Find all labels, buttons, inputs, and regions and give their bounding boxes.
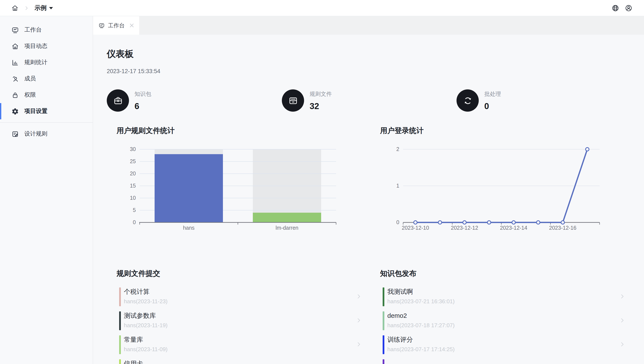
list-title: 规则文件提交 xyxy=(116,269,381,278)
sidebar-item-design-rules[interactable]: 设计规则 xyxy=(0,126,93,142)
home-icon xyxy=(12,5,18,11)
edit-document-icon xyxy=(12,130,19,137)
stat-cards: 知识包 6 规则文件 32 xyxy=(107,89,636,115)
topbar: 示例 xyxy=(0,0,644,16)
svg-text:2023-12-12: 2023-12-12 xyxy=(451,225,478,231)
svg-text:25: 25 xyxy=(130,158,136,164)
chevron-right-icon xyxy=(619,341,625,347)
sidebar-item-project-settings[interactable]: 项目设置 xyxy=(0,103,93,119)
breadcrumb: 示例 xyxy=(12,4,53,12)
status-color-bar xyxy=(119,335,121,354)
chevron-right-icon xyxy=(619,293,625,299)
chevron-right-icon xyxy=(24,5,29,11)
bar-chart-icon xyxy=(12,59,19,66)
list-item[interactable] xyxy=(380,357,644,364)
svg-text:2: 2 xyxy=(396,146,399,152)
svg-text:0: 0 xyxy=(396,219,399,225)
svg-text:2023-12-10: 2023-12-10 xyxy=(402,225,429,231)
bar-chart: 051015202530hanslm-darren xyxy=(122,145,340,236)
caret-down-icon xyxy=(49,7,53,9)
svg-text:2023-12-14: 2023-12-14 xyxy=(500,225,528,231)
svg-text:5: 5 xyxy=(133,207,136,213)
globe-icon xyxy=(612,4,619,12)
sidebar-item-label: 项目动态 xyxy=(24,42,48,50)
list-item-meta: hans(2023-07-21 16:36:01) xyxy=(387,298,454,305)
chart-title: 用户登录统计 xyxy=(380,126,604,135)
list-item-meta: hans(2023-11-19) xyxy=(124,322,168,328)
page-title: 仪表板 xyxy=(107,48,134,60)
list-item[interactable]: 我测试啊 hans(2023-07-21 16:36:01) xyxy=(380,285,644,309)
list-item[interactable]: 训练评分 hans(2023-07-17 17:14:25) xyxy=(380,333,644,357)
main-content: 仪表板 2023-12-17 15:33:54 知识包 6 xyxy=(93,35,644,364)
language-button[interactable] xyxy=(612,4,619,12)
status-color-bar xyxy=(383,335,384,354)
page-timestamp: 2023-12-17 15:33:54 xyxy=(107,68,160,74)
svg-text:2023-12-16: 2023-12-16 xyxy=(549,225,576,231)
sidebar: 工作台 项目动态 规则统计 成员 xyxy=(0,16,93,364)
gear-icon xyxy=(12,108,19,115)
stat-value: 32 xyxy=(310,101,332,111)
user-login-chart: 用户登录统计 0122023-12-102023-12-122023-12-14… xyxy=(380,126,604,236)
stat-rule-files: 规则文件 32 xyxy=(282,89,332,112)
sidebar-item-members[interactable]: 成员 xyxy=(0,71,93,87)
list-item-title: 信用卡 xyxy=(124,360,143,364)
lock-icon xyxy=(12,91,19,99)
sidebar-item-permissions[interactable]: 权限 xyxy=(0,87,93,103)
stat-label: 知识包 xyxy=(134,90,151,98)
dashboard-icon xyxy=(12,26,19,34)
status-color-bar xyxy=(119,359,121,364)
home-button[interactable] xyxy=(12,5,18,11)
rule-file-submissions: 规则文件提交 个税计算 hans(2023-11-23) 测试参数库 hans(… xyxy=(116,269,381,364)
list-title: 知识包发布 xyxy=(380,269,644,278)
status-color-bar xyxy=(119,287,121,306)
sidebar-item-project-activity[interactable]: 项目动态 xyxy=(0,38,93,54)
svg-text:20: 20 xyxy=(130,170,136,176)
sidebar-item-label: 权限 xyxy=(24,91,36,99)
line-chart: 0122023-12-102023-12-122023-12-142023-12… xyxy=(386,145,604,236)
status-color-bar xyxy=(383,359,384,364)
svg-text:1: 1 xyxy=(396,183,399,189)
tab-label: 工作台 xyxy=(108,22,125,29)
account-button[interactable] xyxy=(625,4,632,12)
knowledge-package-releases: 知识包发布 我测试啊 hans(2023-07-21 16:36:01) dem… xyxy=(380,269,644,364)
svg-text:hans: hans xyxy=(183,225,194,231)
project-breadcrumb[interactable]: 示例 xyxy=(34,4,53,12)
sidebar-item-workbench[interactable]: 工作台 xyxy=(0,22,93,38)
list-item[interactable]: demo2 hans(2023-07-18 17:27:07) xyxy=(380,309,644,333)
chevron-right-icon xyxy=(356,341,362,347)
stat-label: 规则文件 xyxy=(310,90,332,98)
user-icon xyxy=(625,4,632,12)
project-name: 示例 xyxy=(34,4,46,12)
list-item-meta: hans(2023-07-18 17:27:07) xyxy=(387,322,454,328)
status-color-bar xyxy=(383,287,384,306)
tab-bar: 工作台 xyxy=(93,16,644,35)
list-item-title: 个税计算 xyxy=(124,288,150,296)
tab-close-icon[interactable] xyxy=(130,24,134,27)
status-color-bar xyxy=(383,311,384,330)
stat-label: 批处理 xyxy=(484,90,501,98)
dashboard-icon xyxy=(99,23,105,29)
list-item[interactable]: 测试参数库 hans(2023-11-19) xyxy=(116,309,381,333)
svg-text:0: 0 xyxy=(133,219,136,225)
chevron-right-icon xyxy=(356,293,362,299)
stat-knowledge-packages: 知识包 6 xyxy=(107,89,151,112)
sidebar-item-label: 规则统计 xyxy=(24,59,48,66)
list-item-title: 训练评分 xyxy=(387,336,413,344)
archive-icon xyxy=(282,89,304,112)
list-item[interactable]: 个税计算 hans(2023-11-23) xyxy=(116,285,381,309)
app-window: 示例 工作台 xyxy=(0,0,644,364)
sidebar-item-rule-statistics[interactable]: 规则统计 xyxy=(0,54,93,71)
status-color-bar xyxy=(119,311,121,330)
list-item-title: 测试参数库 xyxy=(124,312,156,320)
list-item[interactable]: 常量库 hans(2023-11-09) xyxy=(116,333,381,357)
chevron-right-icon xyxy=(356,317,362,323)
sidebar-item-label: 项目设置 xyxy=(24,107,48,115)
list-item-title: 常量库 xyxy=(124,336,143,344)
sidebar-item-label: 工作台 xyxy=(24,26,42,34)
stat-value: 0 xyxy=(484,101,501,111)
briefcase-icon xyxy=(107,89,129,112)
user-rule-files-chart: 用户规则文件统计 051015202530hanslm-darren xyxy=(116,126,340,236)
list-item-title: 我测试啊 xyxy=(387,288,413,296)
tab-workbench[interactable]: 工作台 xyxy=(93,16,139,35)
list-item[interactable]: 信用卡 xyxy=(116,357,381,364)
